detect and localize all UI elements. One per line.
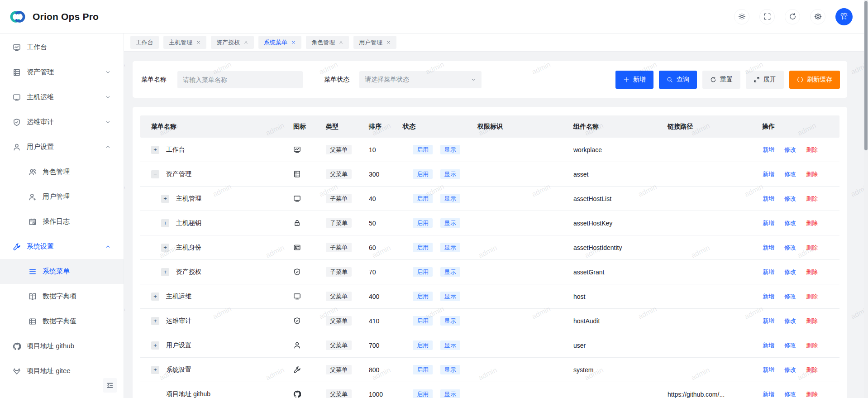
theme-button[interactable] <box>734 9 749 24</box>
row-edit-link[interactable]: 修改 <box>784 195 796 203</box>
row-delete-link[interactable]: 删除 <box>806 146 818 154</box>
row-expander[interactable]: + <box>151 293 159 301</box>
row-add-link[interactable]: 新增 <box>763 170 774 178</box>
sidebar-item-log[interactable]: 操作日志 <box>0 209 124 234</box>
row-add-link[interactable]: 新增 <box>763 317 774 325</box>
row-delete-link[interactable]: 删除 <box>806 390 818 398</box>
add-button[interactable]: 新增 <box>615 71 653 89</box>
settings-button[interactable] <box>810 9 825 24</box>
row-delete-link[interactable]: 删除 <box>806 244 818 252</box>
server-icon <box>13 68 21 77</box>
menu-name: 主机运维 <box>166 293 191 301</box>
tab-0[interactable]: 工作台 <box>130 36 159 49</box>
row-edit-link[interactable]: 修改 <box>784 219 796 227</box>
row-expander[interactable]: − <box>151 170 159 178</box>
sidebar-item-user-add[interactable]: 用户管理 <box>0 184 124 209</box>
row-add-link[interactable]: 新增 <box>763 293 774 301</box>
row-expander[interactable]: + <box>161 268 169 276</box>
row-add-link[interactable]: 新增 <box>763 244 774 252</box>
tab-3[interactable]: 系统菜单 <box>258 36 301 49</box>
row-expander[interactable]: + <box>151 366 159 374</box>
component-name: system <box>573 366 593 374</box>
tab-5[interactable]: 用户管理 <box>353 36 396 49</box>
refresh-cache-button[interactable]: 刷新缓存 <box>789 71 840 89</box>
row-delete-link[interactable]: 删除 <box>806 366 818 374</box>
row-edit-link[interactable]: 修改 <box>784 317 796 325</box>
table-row: +运维审计父菜单410启用显示hostAudit新增修改删除 <box>140 309 839 333</box>
row-edit-link[interactable]: 修改 <box>784 170 796 178</box>
sidebar-item-shield[interactable]: 运维审计 <box>0 110 124 134</box>
sidebar-item-label: 用户管理 <box>43 192 70 201</box>
row-add-link[interactable]: 新增 <box>763 195 774 203</box>
row-delete-link[interactable]: 删除 <box>806 268 818 276</box>
expand-button[interactable]: 展开 <box>746 71 784 89</box>
row-add-link[interactable]: 新增 <box>763 219 774 227</box>
search-button[interactable]: 查询 <box>659 71 697 89</box>
row-expander[interactable]: + <box>161 244 169 252</box>
row-edit-link[interactable]: 修改 <box>784 341 796 350</box>
row-add-link[interactable]: 新增 <box>763 366 774 374</box>
menu-status-select[interactable]: 请选择菜单状态 <box>359 71 482 88</box>
row-expander[interactable]: + <box>161 195 169 203</box>
sidebar-item-menu[interactable]: 系统菜单 <box>0 259 124 284</box>
tab-4[interactable]: 角色管理 <box>306 36 349 49</box>
row-edit-link[interactable]: 修改 <box>784 390 796 398</box>
app-logo-icon <box>8 7 27 26</box>
row-edit-link[interactable]: 修改 <box>784 366 796 374</box>
row-edit-link[interactable]: 修改 <box>784 244 796 252</box>
shield-icon <box>13 118 21 126</box>
sidebar-item-dashboard[interactable]: 工作台 <box>0 35 124 60</box>
row-add-link[interactable]: 新增 <box>763 390 774 398</box>
row-add-link[interactable]: 新增 <box>763 341 774 350</box>
sidebar-item-label: 角色管理 <box>43 168 70 176</box>
component-name: assetGrant <box>573 269 604 276</box>
sidebar-item-wrench[interactable]: 系统设置 <box>0 234 124 259</box>
tab-2[interactable]: 资产授权 <box>211 36 254 49</box>
sidebar-item-github[interactable]: 项目地址 github <box>0 334 124 359</box>
row-add-link[interactable]: 新增 <box>763 146 774 154</box>
close-icon[interactable] <box>196 40 201 45</box>
sidebar-item-book[interactable]: 数据字典项 <box>0 284 124 309</box>
avatar[interactable]: 管 <box>835 8 853 25</box>
row-expander[interactable]: + <box>151 146 159 154</box>
sidebar-item-user[interactable]: 用户设置 <box>0 134 124 159</box>
row-delete-link[interactable]: 删除 <box>806 219 818 227</box>
sidebar-collapse-button[interactable] <box>103 378 117 393</box>
close-icon[interactable] <box>386 40 391 45</box>
watermark-text: admin <box>124 305 126 321</box>
sidebar-item-server[interactable]: 资产管理 <box>0 60 124 85</box>
sidebar-item-monitor[interactable]: 主机运维 <box>0 85 124 110</box>
idcard-icon <box>293 244 301 251</box>
row-delete-link[interactable]: 删除 <box>806 341 818 350</box>
scrollbar-thumb[interactable] <box>864 1 868 150</box>
refresh-button[interactable] <box>785 9 800 24</box>
sidebar-item-user-group[interactable]: 角色管理 <box>0 159 124 184</box>
row-edit-link[interactable]: 修改 <box>784 268 796 276</box>
row-expander[interactable]: + <box>161 219 169 227</box>
app-title: Orion Ops Pro <box>33 11 99 22</box>
row-delete-link[interactable]: 删除 <box>806 170 818 178</box>
tab-label: 角色管理 <box>311 38 335 47</box>
row-add-link[interactable]: 新增 <box>763 268 774 276</box>
row-delete-link[interactable]: 删除 <box>806 293 818 301</box>
table-row: +主机运维父菜单400启用显示host新增修改删除 <box>140 284 839 309</box>
close-icon[interactable] <box>291 40 296 45</box>
row-edit-link[interactable]: 修改 <box>784 146 796 154</box>
sort-value: 700 <box>369 342 379 349</box>
row-delete-link[interactable]: 删除 <box>806 195 818 203</box>
sort-value: 1000 <box>369 391 383 398</box>
close-icon[interactable] <box>243 40 248 45</box>
sidebar-item-table[interactable]: 数据字典值 <box>0 309 124 334</box>
close-icon[interactable] <box>339 40 343 45</box>
sidebar-item-label: 系统设置 <box>27 242 54 251</box>
column-header-3: 排序 <box>369 123 403 131</box>
row-expander[interactable]: + <box>151 317 159 325</box>
tab-1[interactable]: 主机管理 <box>163 36 206 49</box>
row-edit-link[interactable]: 修改 <box>784 293 796 301</box>
reset-button[interactable]: 重置 <box>702 71 740 89</box>
menu-name-input[interactable] <box>177 71 303 88</box>
fullscreen-button[interactable] <box>759 9 775 24</box>
row-expander[interactable]: + <box>151 341 159 350</box>
type-tag: 父菜单 <box>326 145 352 154</box>
row-delete-link[interactable]: 删除 <box>806 317 818 325</box>
